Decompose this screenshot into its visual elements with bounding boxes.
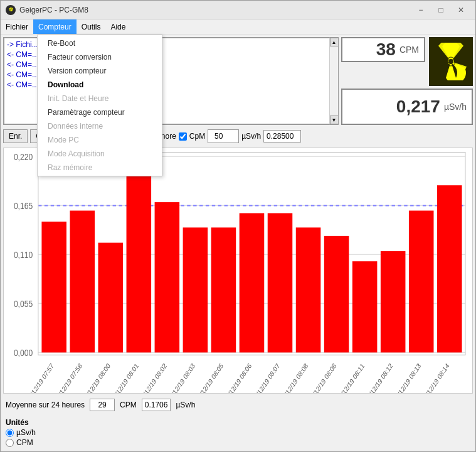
- usv-display: 0,217 µSv/h: [341, 89, 473, 125]
- close-button[interactable]: ✕: [452, 3, 470, 17]
- cpm-value: 38: [347, 40, 396, 60]
- svg-text:24/12/19 08:08: 24/12/19 08:08: [279, 362, 309, 393]
- menu-compteur[interactable]: Compteur: [33, 19, 77, 34]
- units-usv-radio[interactable]: [6, 429, 14, 437]
- units-usv-row: µSv/h: [6, 428, 470, 437]
- svg-text:24/12/19 08:01: 24/12/19 08:01: [110, 362, 140, 393]
- average-cpm-value: 29: [90, 399, 115, 411]
- units-section: Unités µSv/h CPM: [3, 416, 473, 449]
- svg-text:24/12/19 08:02: 24/12/19 08:02: [138, 362, 168, 393]
- svg-rect-18: [98, 243, 123, 353]
- dropdown-parametrage[interactable]: Paramètrage compteur: [38, 105, 162, 119]
- enr-button[interactable]: Enr.: [3, 129, 28, 143]
- svg-text:24/12/19 08:11: 24/12/19 08:11: [336, 362, 366, 393]
- dropdown-donnees: Données interne: [38, 119, 162, 133]
- svg-rect-19: [127, 160, 152, 353]
- svg-text:0,165: 0,165: [14, 201, 33, 211]
- svg-text:24/12/19 08:14: 24/12/19 08:14: [421, 362, 451, 393]
- svg-point-2: [448, 59, 453, 64]
- svg-rect-28: [381, 251, 406, 352]
- svg-rect-23: [240, 213, 265, 353]
- usv-unit: µSv/h: [444, 102, 467, 112]
- units-usv-label: µSv/h: [16, 428, 36, 437]
- svg-text:24/12/19 08:06: 24/12/19 08:06: [223, 362, 253, 393]
- chart-area: 0,220 0,165 0,110 0,055 0,000: [3, 148, 473, 394]
- units-cpm-row: CPM: [6, 438, 470, 447]
- menu-aide[interactable]: Aide: [105, 19, 130, 34]
- svg-text:24/12/19 08:07: 24/12/19 08:07: [251, 362, 281, 393]
- svg-rect-30: [437, 185, 462, 352]
- dropdown-facteur[interactable]: Facteur conversion: [38, 50, 162, 64]
- average-usv-unit: µSv/h: [176, 401, 195, 409]
- dropdown-init-date: Init. Date et Heure: [38, 92, 162, 105]
- svg-text:24/12/19 08:13: 24/12/19 08:13: [393, 362, 423, 393]
- svg-text:24/12/19 07:58: 24/12/19 07:58: [53, 362, 83, 393]
- svg-rect-25: [296, 227, 321, 352]
- main-window: ☢ GeigerPC - PC-GM8 − □ ✕ Fichier Compte…: [0, 0, 476, 452]
- dropdown-reboot[interactable]: Re-Boot: [38, 36, 162, 50]
- svg-text:24/12/19 08:08: 24/12/19 08:08: [307, 362, 337, 393]
- scrollbar-up-button[interactable]: ▲: [330, 38, 339, 46]
- scrollbar-down-button[interactable]: ▼: [330, 116, 339, 124]
- dropdown-mode-pc: Mode PC: [38, 133, 162, 147]
- window-controls: − □ ✕: [411, 3, 470, 17]
- svg-rect-29: [409, 211, 434, 353]
- menu-fichier[interactable]: Fichier: [1, 19, 33, 34]
- cpm-display: 38 CPM: [341, 37, 425, 62]
- svg-text:24/12/19 08:00: 24/12/19 08:00: [82, 362, 112, 393]
- alarm-sound-checkbox[interactable]: [179, 132, 187, 141]
- svg-rect-26: [324, 236, 349, 353]
- svg-text:24/12/19 08:12: 24/12/19 08:12: [364, 362, 394, 393]
- bar-chart: 0,220 0,165 0,110 0,055 0,000: [4, 148, 472, 393]
- dropdown-mode-acquisition: Mode Acquisition: [38, 147, 162, 161]
- alarm-cpm-input[interactable]: [208, 129, 239, 143]
- menu-outils[interactable]: Outils: [77, 19, 106, 34]
- svg-text:0,055: 0,055: [14, 299, 33, 309]
- alarm-cpm-label: CpM: [189, 132, 205, 141]
- svg-rect-24: [268, 213, 293, 353]
- display-panel: 38 CPM: [341, 37, 473, 125]
- svg-rect-17: [70, 211, 95, 353]
- svg-rect-21: [183, 227, 208, 352]
- units-cpm-radio[interactable]: [6, 439, 14, 447]
- title-bar: ☢ GeigerPC - PC-GM8 − □ ✕: [1, 1, 475, 19]
- usv-value: 0,217: [347, 97, 440, 117]
- dropdown-download[interactable]: Download: [38, 78, 162, 92]
- svg-text:24/12/19 08:05: 24/12/19 08:05: [194, 362, 225, 393]
- svg-rect-16: [41, 222, 66, 352]
- dropdown-raz: Raz mémoire: [38, 161, 162, 175]
- svg-text:24/12/19 08:03: 24/12/19 08:03: [166, 362, 196, 393]
- svg-text:0,000: 0,000: [14, 348, 33, 358]
- svg-rect-22: [211, 227, 236, 352]
- cpm-unit: CPM: [399, 45, 419, 55]
- units-cpm-label: CPM: [16, 438, 33, 447]
- average-label: Moyenne sur 24 heures: [6, 401, 85, 409]
- average-row: Moyenne sur 24 heures 29 CPM 0.1706 µSv/…: [3, 396, 473, 414]
- average-usv-value: 0.1706: [142, 399, 171, 411]
- svg-text:0,110: 0,110: [14, 250, 33, 260]
- menu-bar: Fichier Compteur Outils Aide Re-Boot Fac…: [1, 19, 475, 35]
- svg-rect-20: [155, 202, 180, 352]
- svg-text:24/12/19 07:57: 24/12/19 07:57: [25, 362, 55, 393]
- svg-rect-27: [352, 261, 378, 352]
- window-title: GeigerPC - PC-GM8: [19, 6, 411, 14]
- units-label: Unités: [6, 418, 470, 427]
- maximize-button[interactable]: □: [431, 3, 450, 17]
- app-icon: ☢: [6, 5, 16, 15]
- alarm-usv-label: µSv/h: [241, 132, 261, 141]
- average-cpm-unit: CPM: [120, 401, 137, 409]
- minimize-button[interactable]: −: [411, 3, 430, 17]
- alarm-usv-value: 0.28500: [263, 130, 301, 143]
- compteur-dropdown: Re-Boot Facteur conversion Version compt…: [37, 35, 162, 176]
- radiation-symbol: [429, 37, 473, 86]
- svg-text:0,220: 0,220: [14, 152, 33, 162]
- dropdown-version[interactable]: Version compteur: [38, 64, 162, 78]
